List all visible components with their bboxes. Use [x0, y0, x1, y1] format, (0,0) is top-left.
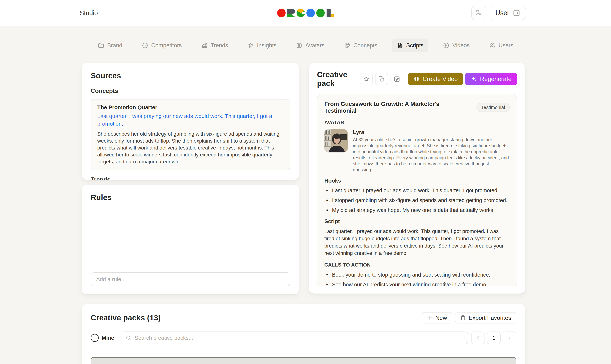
- user-button-label: User: [495, 9, 509, 17]
- tab-insights[interactable]: Insights: [243, 39, 281, 52]
- copy-button[interactable]: [375, 73, 388, 85]
- packs-search: [121, 332, 468, 344]
- add-rule-input[interactable]: [91, 272, 290, 286]
- search-icon: [125, 335, 132, 341]
- next-page-button[interactable]: [503, 332, 516, 344]
- users-icon: [489, 42, 496, 49]
- sparkles-icon: [471, 76, 477, 82]
- creative-packs-panel: Creative packs (13) New Export Favorites…: [82, 304, 525, 364]
- rules-title: Rules: [91, 193, 290, 202]
- sources-panel: Sources Concepts The Promotion Quarter L…: [82, 63, 299, 180]
- hook-item: Last quarter, I prayed our ads would wor…: [324, 187, 510, 194]
- translate-icon: [475, 9, 483, 17]
- trends-heading: Trends: [91, 176, 290, 180]
- trend-chart-icon: [201, 42, 208, 49]
- brand-logo: ORCOOL: [277, 9, 334, 17]
- pack-title-row: From Guesswork to Growth: A Marketer's T…: [324, 101, 510, 114]
- star-icon: [247, 42, 254, 49]
- tab-brand[interactable]: Brand: [93, 39, 127, 52]
- tab-concepts[interactable]: Concepts: [339, 39, 382, 52]
- chevron-right-icon: [507, 335, 512, 341]
- plus-icon: [427, 315, 433, 321]
- concept-hook: Last quarter, I was praying our new ads …: [97, 112, 284, 128]
- tab-avatars[interactable]: Avatars: [291, 39, 329, 52]
- hook-item: My old ad strategy was hope. My new one …: [324, 207, 510, 213]
- avatar-name: Lyra: [353, 129, 510, 135]
- main-nav: Brand Competitors Trends Insights Avatar…: [93, 36, 518, 55]
- mine-checkbox[interactable]: [91, 334, 99, 342]
- tab-users[interactable]: Users: [484, 39, 518, 52]
- tab-label: Competitors: [151, 42, 182, 49]
- creative-pack-title: Creative pack: [317, 70, 356, 88]
- pie-chart-icon: [142, 42, 148, 49]
- packs-controls: Mine 1: [91, 332, 516, 344]
- concept-description: She describes her old strategy of gambli…: [97, 130, 284, 165]
- tab-label: Brand: [107, 42, 122, 49]
- pack-type-badge: Testimonial: [476, 103, 510, 112]
- search-input[interactable]: [134, 335, 468, 341]
- top-header: Studio ORCOOL User: [0, 0, 611, 26]
- concept-title: The Promotion Quarter: [97, 104, 284, 110]
- tab-label: Concepts: [353, 42, 377, 49]
- header-actions: User: [471, 6, 526, 20]
- avatar-text: Lyra At 32 years old, she's a senior gro…: [353, 129, 510, 173]
- tab-label: Trends: [211, 42, 228, 49]
- ctas-heading: CALLS TO ACTION: [324, 262, 510, 268]
- new-pack-label: New: [435, 314, 447, 321]
- user-button[interactable]: User: [490, 6, 526, 20]
- pack-list-item[interactable]: From Guesswork to Growth: A Marketer's T…: [91, 357, 516, 364]
- logo-letter-o-red: [277, 9, 286, 17]
- folder-icon: [98, 42, 104, 49]
- logo-letter-c: [296, 9, 305, 17]
- file-code-icon: [397, 42, 403, 49]
- creative-packs-title: Creative packs (13): [91, 313, 419, 322]
- translate-button[interactable]: [471, 6, 486, 20]
- copy-icon: [378, 76, 385, 82]
- avatar-photo-illustration: [324, 129, 348, 152]
- tab-trends[interactable]: Trends: [196, 39, 233, 52]
- rules-panel: Rules: [82, 185, 299, 294]
- tab-scripts[interactable]: Scripts: [392, 39, 428, 52]
- create-video-label: Create Video: [423, 76, 458, 82]
- avatar-image: [324, 129, 348, 152]
- avatar-block: Lyra At 32 years old, she's a senior gro…: [324, 129, 510, 173]
- creative-pack-card: From Guesswork to Growth: A Marketer's T…: [317, 94, 517, 286]
- concept-card[interactable]: The Promotion Quarter Last quarter, I wa…: [91, 99, 290, 170]
- pack-title: From Guesswork to Growth: A Marketer's T…: [324, 101, 472, 114]
- film-icon: [413, 76, 420, 82]
- tab-label: Avatars: [305, 42, 324, 49]
- current-page-button[interactable]: 1: [487, 332, 500, 344]
- create-video-button[interactable]: Create Video: [408, 73, 463, 85]
- script-heading: Script: [324, 218, 510, 224]
- avatar-heading: AVATAR: [324, 119, 510, 125]
- edit-button[interactable]: [390, 73, 403, 85]
- prev-page-button[interactable]: [471, 332, 485, 344]
- avatar-frame-icon: [296, 42, 302, 49]
- play-circle-icon: [443, 42, 450, 49]
- logo-letter-o-blue: [306, 9, 315, 17]
- new-pack-button[interactable]: New: [422, 312, 452, 324]
- hooks-heading: Hooks: [324, 178, 510, 184]
- script-text: Last quarter, I prayed our ads would wor…: [324, 228, 510, 257]
- export-favorites-button[interactable]: Export Favorites: [455, 312, 516, 324]
- chevron-left-icon: [475, 335, 481, 341]
- star-icon: [363, 76, 370, 82]
- creative-packs-header: Creative packs (13) New Export Favorites: [91, 312, 516, 324]
- logo-letter-o-green: [316, 9, 325, 17]
- tab-videos[interactable]: Videos: [438, 39, 474, 52]
- tab-label: Users: [499, 42, 513, 49]
- favorite-button[interactable]: [360, 73, 373, 85]
- tab-label: Scripts: [406, 42, 424, 49]
- logo-letter-l: [326, 9, 334, 17]
- creative-pack-panel: Creative pack Create Video Regenerate Fr…: [309, 63, 525, 294]
- cta-item: Book your demo to stop guessing and star…: [324, 272, 510, 278]
- tab-label: Insights: [257, 42, 277, 49]
- hooks-list: Last quarter, I prayed our ads would wor…: [324, 187, 510, 213]
- tab-competitors[interactable]: Competitors: [137, 39, 186, 52]
- hook-item: I stopped gambling with six-figure ad sp…: [324, 197, 510, 204]
- logo-letter-r: [287, 9, 295, 17]
- ctas-list: Book your demo to stop guessing and star…: [324, 272, 510, 286]
- mine-label: Mine: [102, 335, 114, 341]
- regenerate-button[interactable]: Regenerate: [465, 73, 517, 85]
- avatar-description: At 32 years old, she's a senior growth m…: [353, 137, 510, 173]
